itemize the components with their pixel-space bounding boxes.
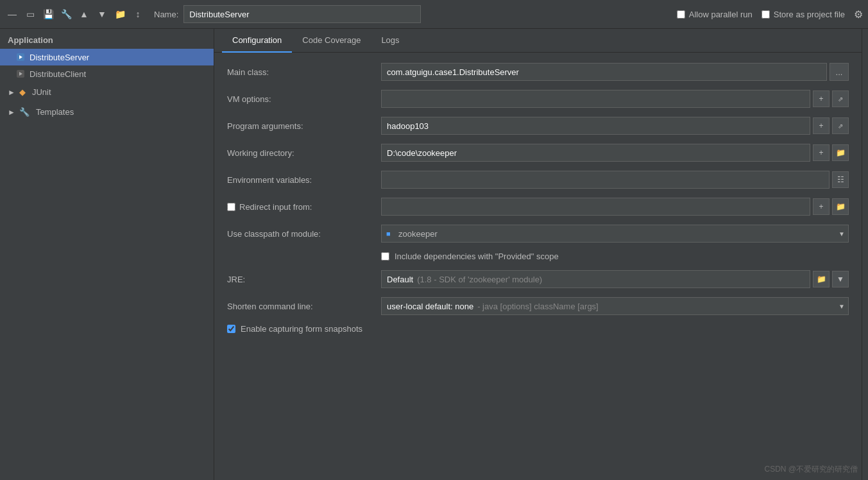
vm-options-input[interactable]: [381, 90, 810, 108]
redirect-input[interactable]: [381, 198, 810, 216]
minimize-icon[interactable]: —: [5, 7, 19, 21]
allow-parallel-label: Allow parallel run: [689, 10, 753, 19]
main-class-browse-button[interactable]: ...: [830, 63, 849, 81]
sidebar-group-templates-label: Templates: [36, 107, 74, 117]
sort-icon[interactable]: ↕: [131, 7, 145, 21]
jre-default-value: Default: [387, 275, 413, 284]
vm-options-field: + ⇗: [381, 90, 849, 108]
copy-icon[interactable]: ▭: [23, 7, 37, 21]
toolbar: — ▭ 💾 🔧 ▲ ▼ 📁 ↕ Name: Allow parallel run…: [0, 0, 868, 29]
vm-options-label: VM options:: [227, 94, 381, 104]
module-select[interactable]: zookeeper: [381, 225, 849, 243]
shorten-row: Shorten command line: user-local default…: [227, 297, 849, 315]
run-config-icon: [15, 52, 26, 62]
working-dir-input[interactable]: [381, 144, 810, 162]
shorten-field: user-local default: none - java [options…: [381, 297, 849, 315]
redirect-checkbox[interactable]: [227, 203, 235, 211]
sidebar: Application DistributeServer DistributeC…: [0, 29, 214, 480]
shorten-value: user-local default: none: [387, 302, 473, 311]
main-class-input[interactable]: [381, 63, 827, 81]
vm-options-expand-button[interactable]: ⇗: [832, 90, 849, 107]
allow-parallel-group: Allow parallel run: [677, 10, 753, 19]
tabs-bar: Configuration Code Coverage Logs: [214, 29, 862, 53]
vm-options-add-button[interactable]: +: [813, 90, 830, 107]
working-dir-browse-button[interactable]: 📁: [832, 144, 849, 161]
arrow-down-icon[interactable]: ▼: [95, 7, 109, 21]
env-vars-edit-button[interactable]: ☷: [832, 171, 849, 188]
junit-arrow-icon: ►: [8, 88, 15, 97]
tab-code-coverage[interactable]: Code Coverage: [292, 29, 371, 53]
vm-options-row: VM options: + ⇗: [227, 90, 849, 108]
arrow-up-icon[interactable]: ▲: [77, 7, 91, 21]
right-panel: Configuration Code Coverage Logs Main cl…: [214, 29, 862, 480]
store-project-checkbox[interactable]: [762, 10, 770, 19]
name-label: Name:: [154, 10, 178, 19]
redirect-add-button[interactable]: +: [813, 198, 830, 215]
section-application: Application: [0, 29, 214, 49]
redirect-row: Redirect input from: + 📁: [227, 198, 849, 216]
classpath-field: ■ zookeeper ▼: [381, 225, 849, 243]
env-vars-input[interactable]: [381, 171, 830, 189]
main-class-label: Main class:: [227, 67, 381, 77]
form-content: Main class: ... VM options: + ⇗ Program …: [214, 53, 862, 480]
env-vars-field: ☷: [381, 171, 849, 189]
sidebar-group-templates[interactable]: ► 🔧 Templates: [0, 102, 214, 122]
program-args-label: Program arguments:: [227, 121, 381, 131]
include-deps-checkbox[interactable]: [381, 252, 389, 261]
jre-field: Default (1.8 - SDK of 'zookeeper' module…: [381, 270, 849, 288]
program-args-add-button[interactable]: +: [813, 117, 830, 134]
sidebar-item-distribute-server[interactable]: DistributeServer: [0, 49, 214, 65]
sidebar-group-junit[interactable]: ► ◆ JUnit: [0, 82, 214, 102]
scrollbar-track[interactable]: [862, 29, 868, 480]
enable-snapshots-label: Enable capturing form snapshots: [241, 324, 362, 334]
include-deps-label: Include dependencies with "Provided" sco…: [395, 252, 559, 261]
env-vars-label: Environment variables:: [227, 175, 381, 185]
main-class-row: Main class: ...: [227, 63, 849, 81]
enable-snapshots-row: Enable capturing form snapshots: [227, 324, 849, 334]
working-dir-add-button[interactable]: +: [813, 144, 830, 161]
settings-icon[interactable]: 🔧: [59, 7, 73, 21]
classpath-row: Use classpath of module: ■ zookeeper ▼: [227, 225, 849, 243]
run-config-client-icon: [15, 69, 26, 79]
sidebar-item-distribute-client-label: DistributeClient: [30, 69, 86, 79]
redirect-label-wrap: Redirect input from:: [227, 202, 381, 212]
tab-configuration[interactable]: Configuration: [222, 29, 292, 53]
working-dir-row: Working directory: + 📁: [227, 144, 849, 162]
junit-icon: ◆: [19, 87, 26, 97]
sidebar-group-junit-label: JUnit: [32, 87, 51, 97]
templates-arrow-icon: ►: [8, 108, 15, 117]
program-args-field: + ⇗: [381, 117, 849, 135]
redirect-browse-button[interactable]: 📁: [832, 198, 849, 215]
watermark: CSDN @不爱研究的研究僧: [764, 464, 858, 475]
allow-parallel-checkbox[interactable]: [677, 10, 685, 19]
program-args-expand-button[interactable]: ⇗: [832, 117, 849, 134]
save-icon[interactable]: 💾: [41, 7, 55, 21]
main: Application DistributeServer DistributeC…: [0, 29, 868, 480]
templates-icon: 🔧: [19, 107, 30, 117]
redirect-label: Redirect input from:: [239, 202, 312, 212]
redirect-field: + 📁: [381, 198, 849, 216]
jre-label: JRE:: [227, 275, 381, 284]
sidebar-item-distribute-server-label: DistributeServer: [30, 53, 89, 62]
module-select-wrap: ■ zookeeper ▼: [381, 225, 849, 243]
include-deps-row: Include dependencies with "Provided" sco…: [227, 252, 849, 261]
working-dir-label: Working directory:: [227, 148, 381, 158]
toolbar-right: Allow parallel run Store as project file…: [677, 8, 863, 21]
tab-logs[interactable]: Logs: [371, 29, 409, 53]
classpath-label: Use classpath of module:: [227, 229, 381, 239]
jre-dropdown-button[interactable]: ▼: [832, 271, 849, 287]
jre-row: JRE: Default (1.8 - SDK of 'zookeeper' m…: [227, 270, 849, 288]
jre-browse-button[interactable]: 📁: [813, 271, 830, 287]
program-args-input[interactable]: [381, 117, 810, 135]
name-input[interactable]: [183, 5, 421, 23]
sidebar-item-distribute-client[interactable]: DistributeClient: [0, 65, 214, 82]
env-vars-row: Environment variables: ☷: [227, 171, 849, 189]
shorten-hint: - java [options] className [args]: [477, 302, 599, 311]
gear-icon[interactable]: ⚙: [854, 8, 863, 21]
working-dir-field: + 📁: [381, 144, 849, 162]
jre-hint-value: (1.8 - SDK of 'zookeeper' module): [417, 275, 542, 284]
store-project-group: Store as project file: [762, 10, 845, 19]
name-area: Name:: [154, 5, 421, 23]
enable-snapshots-checkbox[interactable]: [227, 325, 235, 333]
folder-icon[interactable]: 📁: [113, 7, 127, 21]
